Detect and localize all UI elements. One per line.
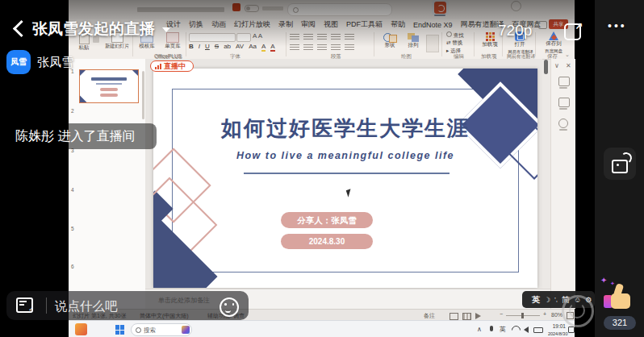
taskbar-search-label: 搜索 [144,327,156,335]
back-button[interactable] [11,20,29,38]
zoom-slider-handle[interactable] [521,313,524,318]
tray-wifi-icon[interactable] [510,324,523,337]
slide-title: 如何过好医学生大学生涯 [153,114,537,143]
presenter-pill: 分享人：张凤雪 [281,212,373,228]
slide-divider-line [244,173,450,174]
like-count-badge: 321 [604,316,636,330]
enter-room-message-text: 陈姝彤 进入了直播间 [15,128,135,145]
panel-icon-zoom[interactable] [558,77,570,86]
stream-title-label: 张凤雪发起的直播 [32,20,155,37]
ime-punct-icon[interactable]: ’, [554,296,558,303]
streamer-name[interactable]: 张凤雪 [37,55,73,70]
rotate-unlock-button[interactable] [604,148,636,180]
main-slide[interactable]: 如何过好医学生大学生涯 How to live a meaningful col… [153,69,537,288]
tray-chevron-icon[interactable]: ∧ [477,326,482,333]
panel-collapse-icon[interactable]: ∨ [554,62,559,69]
more-options-button[interactable]: ••• [608,19,627,32]
thumb-number-4: 4 [71,187,74,193]
view-normal-icon[interactable] [450,313,458,320]
enter-room-message: 陈姝彤 进入了直播间 [6,123,157,149]
taskbar-search-box[interactable]: 搜索 [131,323,192,336]
select-label: 选择 [450,48,461,53]
zoom-out-button[interactable]: − [500,311,503,317]
tray-time: 19:01 [545,323,566,331]
status-notes-button[interactable]: 备注 [424,312,435,320]
ime-moon-icon[interactable]: ☽ [544,296,550,304]
windows-start-button[interactable] [115,325,125,335]
expand-arrow-icon: ↗ [575,21,583,32]
panel-icon-layout[interactable] [558,98,570,107]
live-recording-badge: 直播中 [150,60,194,72]
panel-close-icon[interactable]: ✕ [566,62,571,69]
date-pill: 2024.8.30 [281,234,373,249]
like-button[interactable]: ✦ ✦ [599,277,636,314]
ime-en-label[interactable]: 英 [532,294,540,306]
signal-bars-icon [155,64,161,69]
tray-ime-icon[interactable]: 英 [500,325,506,334]
quality-badge[interactable]: 720p [498,22,532,40]
date-label: 2024.8.30 [309,237,345,246]
panel-icon-history[interactable] [558,119,568,128]
slide-subtitle: How to live a meaningful college life [153,150,537,161]
slide-scrollbar[interactable] [544,60,548,74]
widgets-weather-icon[interactable] [75,323,87,335]
search-highlight-icon[interactable] [182,326,190,334]
zoom-percent[interactable]: 80% [551,312,562,318]
live-badge-label: 直播中 [164,61,186,72]
tray-date: 2024/8/30 [548,331,566,336]
streamer-avatar[interactable]: 凤雪 [6,50,31,74]
thumbnail-scrollbar[interactable] [142,71,144,119]
stream-title[interactable]: 张凤雪发起的直播 [32,19,170,40]
view-sorter-icon[interactable] [462,313,471,320]
presenter-label: 分享人：张凤雪 [297,215,357,225]
tray-notification-icon[interactable] [568,327,575,333]
tray-clock[interactable]: 19:01 2024/8/30 [545,323,566,337]
thumbs-up-icon [604,284,634,311]
side-panel: ∨ ✕ [550,59,575,309]
thumb-number-6: 6 [71,264,74,269]
view-slideshow-icon[interactable] [475,313,481,319]
tray-battery-icon[interactable] [533,327,543,333]
slide-thumbnail-1[interactable] [79,69,139,103]
zoom-in-button[interactable]: + [543,311,546,317]
zoom-slider[interactable] [506,315,540,317]
ribbon-collapse-chevron[interactable]: ⌄ [565,52,570,58]
comment-placeholder[interactable]: 说点什么吧 [55,298,118,315]
comment-filter-icon[interactable]: ✓ [16,297,32,312]
live-stream-screen: 设计 切换 动画 幻灯片放映 录制 审阅 视图 PDF工具箱 帮助 EndNot… [0,0,644,337]
thumb-number-5: 5 [71,226,74,231]
shared-screen-video: 设计 切换 动画 幻灯片放映 录制 审阅 视图 PDF工具箱 帮助 EndNot… [69,0,575,337]
avatar-label: 凤雪 [10,56,27,68]
streamer-row: 凤雪 张凤雪 [6,50,73,74]
search-icon [136,327,141,333]
watermark-logo [562,295,594,327]
comment-input-bar[interactable]: ✓ 说点什么吧 [6,291,249,320]
fullscreen-expand-button[interactable]: ↗ [564,21,583,40]
like-count-label: 321 [613,318,627,327]
tray-volume-icon[interactable] [524,327,529,333]
slide-thumbnail-panel: 1 2 3 [69,59,146,309]
tray-mic-icon[interactable] [490,326,493,331]
comment-bar-divider [46,297,47,314]
windows-taskbar: 搜索 ∧ 英 [69,320,575,337]
emoji-button[interactable] [220,297,239,317]
back-chevron-icon [13,20,30,37]
thumb-number-2: 2 [71,108,74,114]
title-dropdown-caret-icon[interactable] [162,27,170,32]
